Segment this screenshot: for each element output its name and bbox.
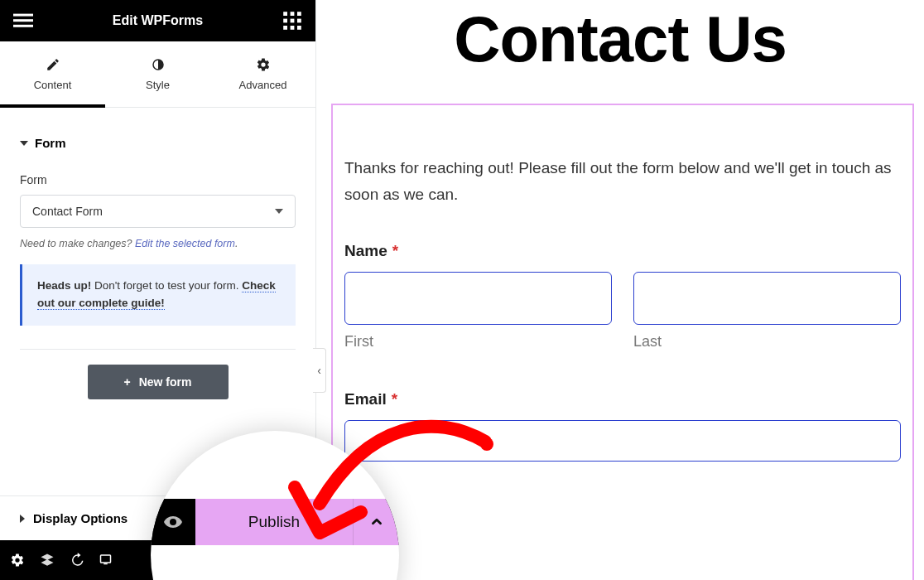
form-widget-outline[interactable]: Thanks for reaching out! Please fill out… [331,104,914,580]
svg-rect-6 [283,19,287,23]
pencil-icon [46,57,60,72]
publish-label: Publish [248,513,300,531]
new-form-button[interactable]: + New form [88,365,229,399]
contrast-icon [151,57,166,72]
svg-rect-13 [101,555,111,563]
svg-rect-7 [291,19,295,23]
svg-rect-0 [13,14,33,17]
notice-box: Heads up! Don't forget to test your form… [20,264,296,326]
tab-advanced[interactable]: Advanced [210,41,315,107]
publish-button[interactable]: Publish [195,499,353,545]
svg-rect-4 [291,12,295,16]
tab-content[interactable]: Content [0,41,105,107]
eye-icon [163,512,183,532]
email-field-label: Email * [344,390,901,408]
form-select[interactable]: Contact Form [20,195,296,228]
required-asterisk: * [392,390,397,408]
tab-label: Style [146,79,170,91]
svg-rect-5 [297,12,301,16]
form-select-value: Contact Form [32,205,103,218]
form-select-label: Form [20,173,296,186]
caret-down-icon [20,141,28,146]
settings-icon[interactable] [8,551,26,569]
form-intro-text: Thanks for reaching out! Please fill out… [344,155,901,209]
helper-text: Need to make changes? Edit the selected … [20,238,296,249]
first-name-sublabel: First [344,333,612,350]
svg-rect-3 [283,12,287,16]
last-name-input[interactable] [633,272,901,325]
svg-rect-9 [283,26,287,30]
sidebar-header: Edit WPForms [0,0,315,41]
new-form-label: New form [139,375,192,389]
apps-grid-icon[interactable] [282,11,302,31]
history-icon[interactable] [68,551,86,569]
publish-row: Publish [151,499,399,545]
chevron-up-icon [368,513,386,531]
gear-icon [256,57,271,72]
display-options-label: Display Options [33,511,128,525]
first-name-input[interactable] [344,272,612,325]
svg-rect-10 [291,26,295,30]
email-input[interactable] [344,420,901,462]
sidebar-title: Edit WPForms [33,13,282,28]
svg-rect-8 [297,19,301,23]
tab-style[interactable]: Style [105,41,210,107]
last-name-sublabel: Last [633,333,901,350]
notice-strong: Heads up! [37,279,91,292]
svg-rect-14 [103,563,108,565]
section-form-toggle[interactable]: Form [20,124,296,162]
editor-tabs: Content Style Advanced [0,41,315,108]
section-title-text: Form [35,136,66,150]
svg-rect-2 [13,25,33,27]
collapse-sidebar-handle[interactable]: ‹ [313,348,326,393]
svg-rect-11 [297,26,301,30]
name-field-row: First Last [344,272,901,350]
svg-rect-1 [13,19,33,22]
page-heading: Contact Us [316,0,924,77]
plus-icon: + [124,375,131,389]
navigator-icon[interactable] [38,551,56,569]
edit-form-link[interactable]: Edit the selected form [135,238,235,249]
required-asterisk: * [392,242,398,260]
tab-label: Content [34,79,72,91]
chevron-left-icon: ‹ [317,364,321,377]
notice-text: Don't forget to test your form. [91,279,242,292]
name-field-label: Name * [344,242,901,260]
tab-label: Advanced [239,79,287,91]
responsive-icon[interactable] [98,551,116,569]
hamburger-icon[interactable] [13,11,33,31]
preview-canvas: Contact Us Thanks for reaching out! Plea… [316,0,924,580]
divider [20,349,296,350]
caret-right-icon [20,515,25,523]
